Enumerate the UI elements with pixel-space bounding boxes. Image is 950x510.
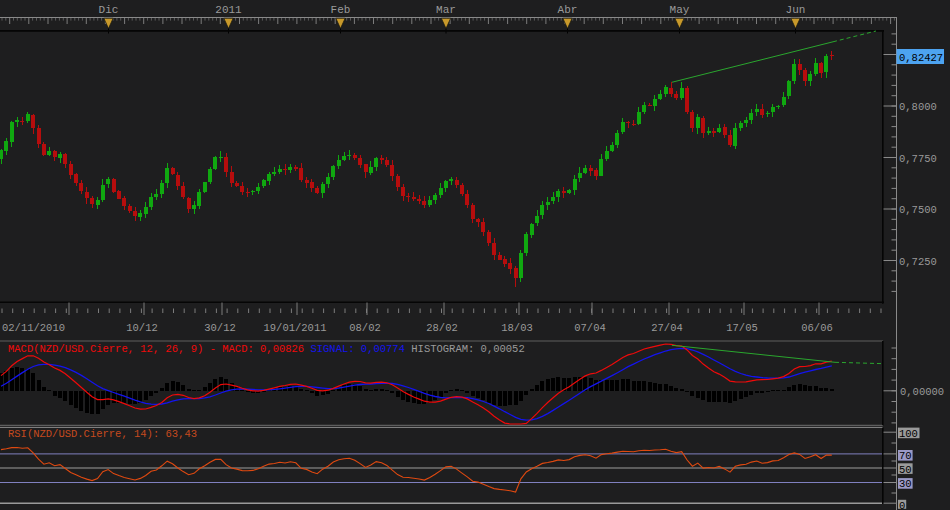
svg-text:100: 100 — [899, 428, 918, 440]
svg-text:28/02: 28/02 — [426, 322, 458, 334]
svg-text:19/01/2011: 19/01/2011 — [263, 322, 326, 334]
svg-text:08/02: 08/02 — [349, 322, 381, 334]
svg-text:2011: 2011 — [215, 4, 242, 16]
svg-text:0,7500: 0,7500 — [899, 204, 937, 216]
svg-text:0,7250: 0,7250 — [899, 256, 937, 268]
svg-text:02/11/2010: 02/11/2010 — [2, 322, 65, 334]
svg-text:Feb: Feb — [331, 4, 351, 16]
svg-text:0: 0 — [899, 500, 905, 510]
svg-text:0,00000: 0,00000 — [900, 386, 944, 398]
svg-text:Abr: Abr — [558, 4, 578, 16]
svg-text:May: May — [670, 4, 690, 16]
svg-text:27/04: 27/04 — [651, 322, 683, 334]
svg-text:10/12: 10/12 — [126, 322, 158, 334]
svg-text:RSI(NZD/USD.Cierre, 14): 63,43: RSI(NZD/USD.Cierre, 14): 63,43 — [8, 428, 197, 440]
svg-text:17/05: 17/05 — [726, 322, 758, 334]
svg-text:50: 50 — [899, 464, 912, 476]
svg-text:0,7750: 0,7750 — [899, 153, 937, 165]
svg-text:MACD(NZD/USD.Cierre, 12, 26, 9: MACD(NZD/USD.Cierre, 12, 26, 9) - MACD: … — [8, 343, 525, 355]
svg-text:0,8000: 0,8000 — [899, 101, 937, 113]
svg-text:70: 70 — [899, 450, 912, 462]
svg-text:30: 30 — [899, 478, 912, 490]
svg-text:18/03: 18/03 — [501, 322, 533, 334]
svg-text:0,82427: 0,82427 — [899, 52, 943, 64]
svg-text:07/04: 07/04 — [574, 322, 606, 334]
svg-text:06/06: 06/06 — [801, 322, 833, 334]
svg-text:Dic: Dic — [99, 4, 119, 16]
svg-text:30/12: 30/12 — [204, 322, 236, 334]
svg-text:Mar: Mar — [436, 4, 456, 16]
svg-text:Jun: Jun — [786, 4, 806, 16]
